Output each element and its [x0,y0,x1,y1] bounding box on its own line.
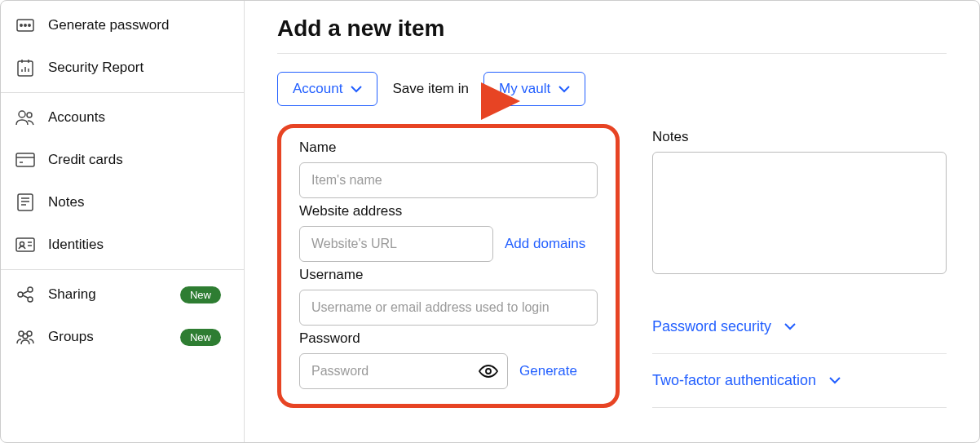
new-badge: New [180,329,221,346]
svg-point-11 [18,292,23,297]
page-title: Add a new item [277,16,947,42]
right-column: Notes Password security Two-factor authe… [652,124,947,408]
group-icon [15,327,35,347]
svg-point-3 [29,24,30,26]
sidebar-item-accounts[interactable]: Accounts [1,96,244,139]
sidebar-item-notes[interactable]: Notes [1,181,244,224]
save-in-label: Save item in [392,81,469,97]
notes-label: Notes [652,129,947,145]
sidebar-label: Notes [48,194,84,210]
highlighted-form: Name Website address Add domains Usernam… [277,124,620,408]
sidebar-label: Groups [48,329,94,345]
svg-rect-7 [16,153,34,166]
sidebar-label: Credit cards [48,152,123,168]
password-field-label: Password [299,330,598,347]
sidebar: Generate password Security Report Accoun… [1,1,245,442]
sidebar-item-credit-cards[interactable]: Credit cards [1,139,244,181]
svg-point-10 [20,242,24,246]
sidebar-item-generate-password[interactable]: Generate password [1,4,244,47]
svg-point-2 [24,24,26,26]
password-input[interactable] [299,353,508,389]
generate-password-link[interactable]: Generate [519,363,577,379]
svg-point-16 [23,334,28,339]
sidebar-label: Security Report [48,60,143,76]
svg-point-6 [27,113,32,117]
svg-point-17 [486,369,491,374]
username-input[interactable] [299,290,598,326]
id-card-icon [15,235,35,255]
chevron-down-icon [829,377,841,384]
sidebar-label: Accounts [48,109,105,126]
add-domains-link[interactable]: Add domains [505,236,585,252]
divider [277,53,947,54]
svg-point-5 [19,111,25,117]
website-field-label: Website address [299,203,598,219]
report-icon [15,58,35,78]
chevron-down-icon [558,86,570,93]
main-content: Add a new item Account Save item in My v… [245,1,979,442]
sidebar-section-collab: Sharing New Groups New [1,270,244,361]
chevron-down-icon [351,86,362,93]
sidebar-item-security-report[interactable]: Security Report [1,47,244,89]
sidebar-item-sharing[interactable]: Sharing New [1,273,244,316]
dropdown-row: Account Save item in My vault [277,72,947,106]
dropdown-label: My vault [499,81,550,97]
sidebar-label: Identities [48,237,104,253]
password-security-expander[interactable]: Password security [652,300,947,354]
new-badge: New [180,286,221,303]
sidebar-section-tools: Generate password Security Report [1,1,244,93]
eye-icon[interactable] [479,365,498,378]
vault-dropdown[interactable]: My vault [483,72,585,106]
name-input[interactable] [299,162,598,198]
svg-point-13 [28,297,33,302]
sidebar-label: Sharing [48,286,96,303]
sidebar-label: Generate password [48,17,169,33]
username-field-label: Username [299,267,598,283]
chevron-down-icon [784,323,796,330]
password-dots-icon [15,16,35,35]
svg-point-12 [28,287,33,292]
sidebar-item-groups[interactable]: Groups New [1,316,244,358]
website-input[interactable] [299,226,493,262]
svg-rect-8 [18,194,33,210]
account-type-dropdown[interactable]: Account [277,72,377,106]
expander-label: Password security [652,318,771,335]
two-factor-expander[interactable]: Two-factor authentication [652,354,947,408]
credit-card-icon [15,150,35,170]
dropdown-label: Account [293,81,342,97]
notes-textarea[interactable] [652,152,947,274]
share-icon [15,285,35,304]
note-icon [15,193,35,212]
svg-point-1 [20,24,22,26]
sidebar-section-categories: Accounts Credit cards Notes Identities [1,93,244,270]
name-field-label: Name [299,140,598,156]
people-icon [15,108,35,127]
sidebar-item-identities[interactable]: Identities [1,224,244,266]
svg-rect-9 [16,238,34,251]
expander-label: Two-factor authentication [652,372,816,389]
